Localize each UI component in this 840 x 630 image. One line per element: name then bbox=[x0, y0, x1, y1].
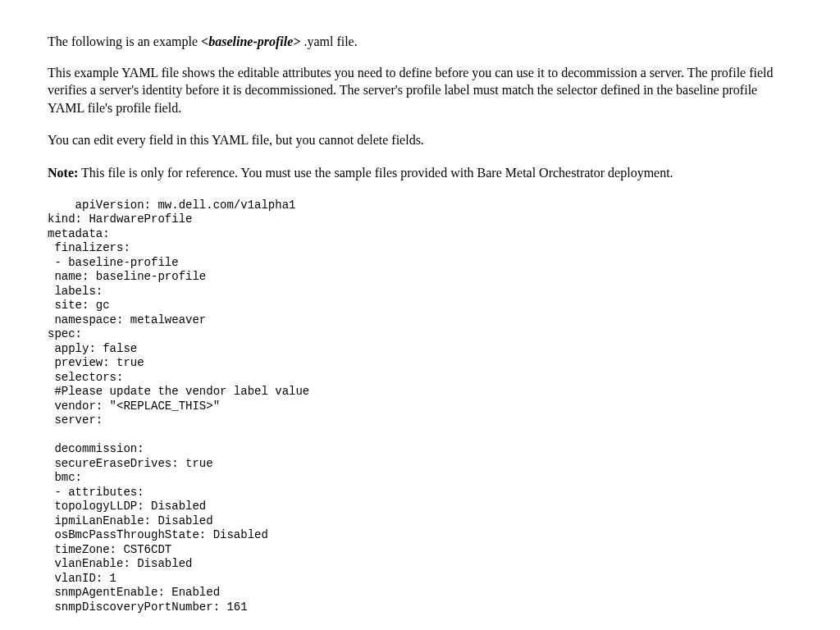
description-paragraph: This example YAML file shows the editabl… bbox=[48, 64, 792, 117]
edit-note-paragraph: You can edit every field in this YAML fi… bbox=[48, 131, 792, 149]
yaml-code-block: apiVersion: mw.dell.com/v1alpha1 kind: H… bbox=[48, 199, 792, 615]
note-label: Note: bbox=[48, 166, 78, 180]
intro-paragraph: The following is an example <baseline-pr… bbox=[48, 33, 792, 51]
note-text: This file is only for reference. You mus… bbox=[78, 166, 673, 180]
intro-pre: The following is an example bbox=[48, 34, 201, 48]
baseline-profile-placeholder: <baseline-profile> bbox=[201, 34, 300, 48]
intro-post: .yaml file. bbox=[300, 34, 357, 48]
note-paragraph: Note: This file is only for reference. Y… bbox=[48, 164, 792, 182]
